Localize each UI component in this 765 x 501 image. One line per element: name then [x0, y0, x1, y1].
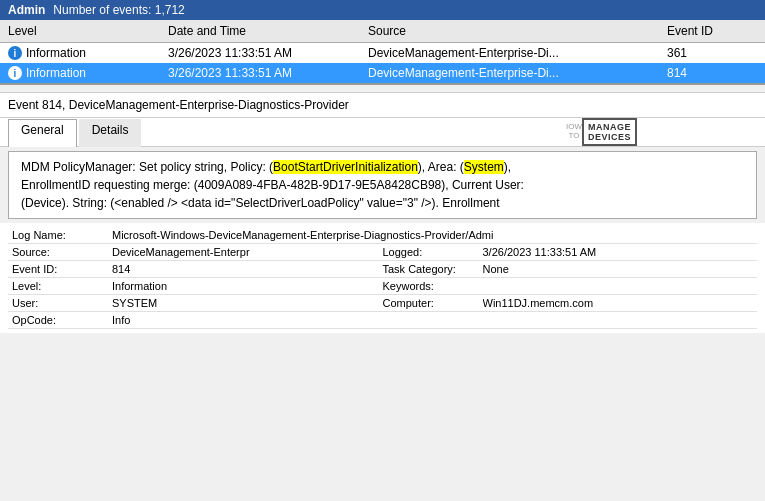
watermark-box: MANAGEDEVICES: [582, 118, 637, 146]
value-logname: Microsoft-Windows-DeviceManagement-Enter…: [112, 229, 753, 241]
event-prefix: MDM PolicyManager: Set policy string, Po…: [21, 160, 273, 174]
datetime-cell-selected: 3/26/2023 11:33:51 AM: [168, 66, 368, 80]
col-source: Source: [368, 24, 667, 38]
level-cell: i Information: [8, 46, 168, 60]
event-highlight1: BootStartDriverInitialization: [273, 160, 418, 174]
col-datetime: Date and Time: [168, 24, 368, 38]
value-user: SYSTEM: [112, 297, 383, 309]
scroll-area: [0, 85, 765, 93]
col-eventid: Event ID: [667, 24, 757, 38]
label-opcode: OpCode:: [12, 314, 112, 326]
eventid-cell: 361: [667, 46, 757, 60]
col-level: Level: [8, 24, 168, 38]
watermark: IOWTO MANAGEDEVICES: [566, 118, 637, 146]
source-cell-selected: DeviceManagement-Enterprise-Di...: [368, 66, 667, 80]
value-taskcategory: None: [483, 263, 754, 275]
label-logname: Log Name:: [12, 229, 112, 241]
details-table: Log Name: Microsoft-Windows-DeviceManage…: [0, 223, 765, 333]
label-taskcategory: Task Category:: [383, 263, 483, 275]
label-computer: Computer:: [383, 297, 483, 309]
details-row: Source: DeviceManagement-Enterpr Logged:…: [8, 244, 757, 261]
details-row: User: SYSTEM Computer: Win11DJ.memcm.com: [8, 295, 757, 312]
label-eventid: Event ID:: [12, 263, 112, 275]
event-highlight2: System: [464, 160, 504, 174]
value-computer: Win11DJ.memcm.com: [483, 297, 754, 309]
value-opcode: Info: [112, 314, 383, 326]
event-text-area: MDM PolicyManager: Set policy string, Po…: [8, 151, 757, 219]
label-logged: Logged:: [383, 246, 483, 258]
event-count: Number of events: 1,712: [53, 3, 184, 17]
value-eventid: 814: [112, 263, 383, 275]
tab-details[interactable]: Details: [79, 119, 142, 147]
admin-label: Admin: [8, 3, 45, 17]
source-cell: DeviceManagement-Enterprise-Di...: [368, 46, 667, 60]
tab-general[interactable]: General: [8, 119, 77, 147]
event-table: i Information 3/26/2023 11:33:51 AM Devi…: [0, 43, 765, 85]
event-between1: ), Area: (: [418, 160, 464, 174]
title-bar: Admin Number of events: 1,712: [0, 0, 765, 20]
label-keywords: Keywords:: [383, 280, 483, 292]
value-logged: 3/26/2023 11:33:51 AM: [483, 246, 754, 258]
details-row: Level: Information Keywords:: [8, 278, 757, 295]
table-row[interactable]: i Information 3/26/2023 11:33:51 AM Devi…: [0, 43, 765, 63]
value-level: Information: [112, 280, 383, 292]
label-user: User:: [12, 297, 112, 309]
table-header: Level Date and Time Source Event ID: [0, 20, 765, 43]
level-text: Information: [26, 46, 86, 60]
info-icon-selected: i: [8, 66, 22, 80]
info-icon: i: [8, 46, 22, 60]
details-row: OpCode: Info: [8, 312, 757, 329]
tabs-bar: General Details IOWTO MANAGEDEVICES: [0, 118, 765, 147]
label-source: Source:: [12, 246, 112, 258]
detail-section: Event 814, DeviceManagement-Enterprise-D…: [0, 93, 765, 118]
table-row-selected[interactable]: i Information 3/26/2023 11:33:51 AM Devi…: [0, 63, 765, 83]
detail-title: Event 814, DeviceManagement-Enterprise-D…: [0, 93, 765, 117]
value-source: DeviceManagement-Enterpr: [112, 246, 383, 258]
label-level: Level:: [12, 280, 112, 292]
datetime-cell: 3/26/2023 11:33:51 AM: [168, 46, 368, 60]
level-cell-selected: i Information: [8, 66, 168, 80]
level-text-selected: Information: [26, 66, 86, 80]
watermark-text: IOWTO: [566, 123, 582, 141]
details-row: Log Name: Microsoft-Windows-DeviceManage…: [8, 227, 757, 244]
eventid-cell-selected: 814: [667, 66, 757, 80]
details-row: Event ID: 814 Task Category: None: [8, 261, 757, 278]
